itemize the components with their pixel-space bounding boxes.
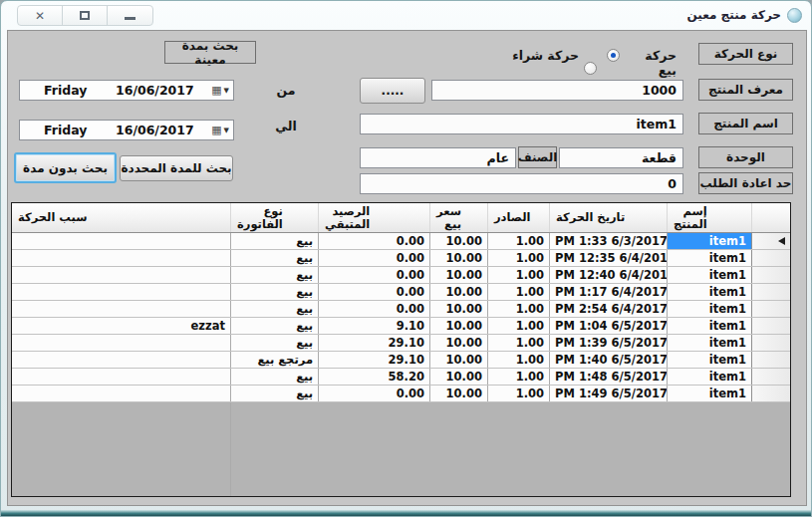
cell-invoice-type[interactable]: بيع (230, 267, 318, 283)
cell-reason[interactable] (12, 284, 230, 300)
cell-balance[interactable]: 9.10 (318, 318, 429, 334)
cell-out[interactable]: 1.00 (487, 386, 549, 401)
table-row[interactable]: بيع 0.00 10.00 1.00 PM 2:54 6/4/2017 ite… (12, 301, 790, 318)
reorder-limit-field[interactable]: 0 (360, 173, 683, 194)
cell-date[interactable]: PM 12:40 6/4/2017 (549, 267, 667, 283)
row-selector[interactable] (751, 352, 790, 368)
cell-name[interactable]: item1 (667, 386, 751, 401)
cell-balance[interactable]: 0.00 (318, 386, 429, 401)
cell-invoice-type[interactable]: بيع (230, 250, 318, 266)
cell-out[interactable]: 1.00 (487, 284, 549, 300)
cell-reason[interactable] (12, 267, 230, 283)
cell-name-selected[interactable]: item1 (667, 233, 751, 249)
row-selector[interactable] (751, 284, 790, 300)
row-selector[interactable] (751, 318, 790, 334)
radio-buy[interactable] (584, 62, 597, 75)
cell-out[interactable]: 1.00 (487, 267, 549, 283)
cell-out[interactable]: 1.00 (487, 352, 549, 368)
row-selector[interactable] (751, 335, 790, 351)
cell-reason[interactable] (12, 352, 230, 368)
date-to-dropdown[interactable]: ▦ ▼ (211, 125, 229, 135)
col-header-date[interactable]: تاريخ الحركة (549, 203, 667, 232)
search-specified-period-button[interactable]: بحث للمدة المحددة (120, 155, 233, 181)
table-row[interactable]: بيع 0.00 10.00 1.00 PM 12:40 6/4/2017 it… (12, 267, 790, 284)
cell-out[interactable]: 1.00 (487, 301, 549, 317)
col-header-price[interactable]: سعر بيع (429, 203, 487, 232)
cell-reason[interactable] (12, 233, 230, 249)
cell-price[interactable]: 10.00 (429, 335, 487, 351)
cell-invoice-type[interactable]: بيع (230, 301, 318, 317)
row-selector[interactable] (751, 301, 790, 317)
cell-date[interactable]: PM 1:40 6/5/2017 (549, 352, 667, 368)
cell-out[interactable]: 1.00 (487, 250, 549, 266)
cell-balance[interactable]: 0.00 (318, 267, 429, 283)
date-from-picker[interactable]: Friday 16/06/2017 ▦ ▼ (19, 80, 234, 101)
close-button[interactable]: ✕ (18, 6, 63, 25)
cell-price[interactable]: 10.00 (429, 369, 487, 385)
table-row[interactable]: مرتجع بيع 29.10 10.00 1.00 PM 1:40 6/5/2… (12, 352, 790, 369)
cell-date[interactable]: PM 12:35 6/4/2017 (549, 250, 667, 266)
cell-date[interactable]: PM 2:54 6/4/2017 (549, 301, 667, 317)
cell-name[interactable]: item1 (667, 318, 751, 334)
cell-out[interactable]: 1.00 (487, 335, 549, 351)
col-header-balance[interactable]: الرصيد المتبقي (318, 203, 429, 232)
cell-name[interactable]: item1 (667, 335, 751, 351)
cell-invoice-type[interactable]: بيع (230, 335, 318, 351)
cell-balance[interactable]: 0.00 (318, 301, 429, 317)
cell-price[interactable]: 10.00 (429, 267, 487, 283)
col-header-reason[interactable]: سبب الحركة (12, 203, 230, 232)
cell-balance[interactable]: 0.00 (318, 233, 429, 249)
row-selector[interactable] (751, 369, 790, 385)
cell-price[interactable]: 10.00 (429, 250, 487, 266)
cell-date[interactable]: PM 1:39 6/5/2017 (549, 335, 667, 351)
cell-invoice-type[interactable]: بيع (230, 386, 318, 401)
table-row[interactable]: بيع 29.10 10.00 1.00 PM 1:39 6/5/2017 it… (12, 335, 790, 352)
cell-date[interactable]: PM 1:17 6/4/2017 (549, 284, 667, 300)
cell-price[interactable]: 10.00 (429, 318, 487, 334)
category-field[interactable]: عام (360, 147, 516, 168)
cell-name[interactable]: item1 (667, 301, 751, 317)
cell-date[interactable]: PM 1:33 6/3/2017 (549, 233, 667, 249)
date-from-dropdown[interactable]: ▦ ▼ (211, 85, 229, 96)
col-header-name[interactable]: إسم المنتج (667, 203, 751, 232)
row-selector[interactable] (751, 250, 790, 266)
cell-price[interactable]: 10.00 (429, 284, 487, 300)
col-header-invoice-type[interactable]: نوع الفاتورة (230, 203, 318, 232)
cell-price[interactable]: 10.00 (429, 352, 487, 368)
col-header-out[interactable]: الصادر (487, 203, 549, 232)
cell-reason[interactable] (12, 386, 230, 401)
cell-reason[interactable] (12, 301, 230, 317)
cell-name[interactable]: item1 (667, 267, 751, 283)
unit-field[interactable]: قطعة (559, 147, 683, 168)
product-id-field[interactable]: 1000 (431, 80, 683, 101)
cell-date[interactable]: PM 1:48 6/5/2017 (549, 369, 667, 385)
table-row[interactable]: بيع 58.20 10.00 1.00 PM 1:48 6/5/2017 it… (12, 369, 790, 386)
cell-price[interactable]: 10.00 (429, 386, 487, 401)
date-to-picker[interactable]: Friday 16/06/2017 ▦ ▼ (19, 120, 234, 140)
cell-reason[interactable] (12, 250, 230, 266)
cell-price[interactable]: 10.00 (429, 233, 487, 249)
minimize-button[interactable] (108, 6, 152, 25)
cell-date[interactable]: PM 1:49 6/5/2017 (549, 386, 667, 401)
cell-out[interactable]: 1.00 (487, 318, 549, 334)
cell-balance[interactable]: 29.10 (318, 352, 429, 368)
product-name-field[interactable]: item1 (360, 114, 683, 134)
cell-reason[interactable]: ezzat (12, 318, 230, 334)
search-without-period-button[interactable]: بحث بدون مدة (14, 152, 117, 183)
row-selector[interactable] (751, 233, 790, 249)
table-row[interactable]: بيع 0.00 10.00 1.00 PM 12:35 6/4/2017 it… (12, 250, 790, 267)
cell-invoice-type[interactable]: بيع (230, 284, 318, 300)
table-row[interactable]: بيع 0.00 10.00 1.00 PM 1:33 6/3/2017 ite… (12, 233, 790, 250)
cell-reason[interactable] (12, 335, 230, 351)
cell-date[interactable]: PM 1:04 6/5/2017 (549, 318, 667, 334)
cell-invoice-type[interactable]: مرتجع بيع (230, 352, 318, 368)
cell-out[interactable]: 1.00 (487, 369, 549, 385)
row-selector[interactable] (751, 386, 790, 401)
browse-product-button[interactable]: ..... (360, 78, 425, 104)
cell-reason[interactable] (12, 369, 230, 385)
maximize-button[interactable] (63, 6, 108, 25)
table-row[interactable]: بيع 0.00 10.00 1.00 PM 1:17 6/4/2017 ite… (12, 284, 790, 301)
cell-balance[interactable]: 0.00 (318, 284, 429, 300)
radio-sell[interactable] (607, 49, 620, 62)
cell-balance[interactable]: 29.10 (318, 335, 429, 351)
